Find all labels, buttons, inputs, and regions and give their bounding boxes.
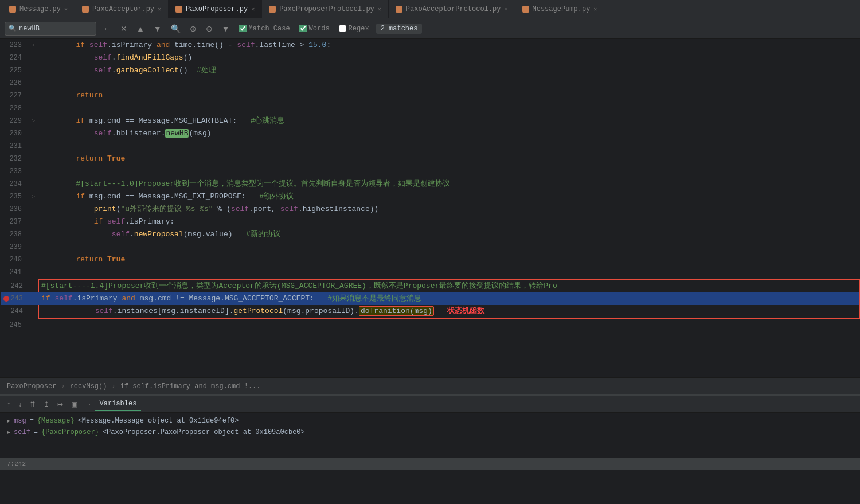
line-fold-223[interactable]: ▷	[29, 39, 38, 52]
line-content-244: self.instances[msg.instanceID].getProtoc…	[39, 305, 859, 318]
line-content-228	[38, 102, 860, 115]
tab-label-paxo-proposer: PaxoProposer.py	[186, 5, 248, 13]
tab-message[interactable]: Message.py ✕	[2, 0, 75, 18]
tab-close-message-pump[interactable]: ✕	[593, 6, 597, 13]
line-num-237: 237	[0, 216, 29, 228]
code-line-236: 236 print("u外部传来的提议 %s %s" % (self.port,…	[0, 203, 860, 216]
var-eq-self: =	[34, 428, 38, 436]
variables-area: ▶ msg = {Message} <Message.Message objec…	[0, 413, 860, 440]
nav-zoom-button[interactable]: 🔍	[169, 23, 183, 34]
line-num-231: 231	[0, 140, 29, 153]
breadcrumb-context: if self.isPrimary and msg.cmd !...	[120, 382, 261, 390]
tab-label-paxo-acceptor-proto: PaxoAcceptorProtocol.py	[406, 5, 501, 13]
panel-btn-1[interactable]: ↑	[5, 399, 13, 409]
regex-option[interactable]: Regex	[337, 24, 372, 34]
tab-icon-paxo-proposer-proto	[269, 6, 276, 13]
line-num-236: 236	[0, 203, 29, 216]
match-case-checkbox[interactable]	[239, 25, 247, 32]
line-content-234: #[start---1.0]Proposer收到一个消息，消息类型为一个提议。首…	[38, 178, 860, 190]
line-content-233	[38, 165, 860, 178]
cursor-position: 7:242	[7, 460, 26, 467]
code-scroll[interactable]: 223 ▷ if self.isPrimary and time.time() …	[0, 39, 860, 377]
line-content-243: if self.isPrimary and msg.cmd != Message…	[39, 292, 859, 305]
line-content-231	[38, 140, 860, 153]
bottom-panel: ↑ ↓ ⇈ ↥ ↦ ▣ · Variables ▶ msg = {Message…	[0, 394, 860, 458]
code-line-237: 237 if self.isPrimary:	[0, 216, 860, 228]
nav-back-button[interactable]: ←	[101, 23, 114, 34]
nav-up-button[interactable]: ▲	[134, 23, 147, 34]
code-line-240: 240 return True	[0, 253, 860, 266]
panel-tab-label: Variables	[100, 400, 137, 408]
var-row-self[interactable]: ▶ self = {PaxoProposer} <PaxoProposer.Pa…	[0, 427, 860, 438]
var-type-self: {PaxoProposer}	[41, 428, 99, 436]
panel-toolbar: ↑ ↓ ⇈ ↥ ↦ ▣ · Variables	[0, 396, 860, 413]
line-num-244: 244	[1, 305, 30, 318]
code-line-231: 231	[0, 140, 860, 153]
tab-close-paxo-proposer-proto[interactable]: ✕	[378, 6, 381, 13]
panel-btn-6[interactable]: ▣	[69, 399, 80, 409]
var-expand-self[interactable]: ▶	[7, 429, 10, 436]
var-row-msg[interactable]: ▶ msg = {Message} <Message.Message objec…	[0, 415, 860, 427]
line-num-227: 227	[0, 89, 29, 102]
line-num-229: 229	[0, 115, 29, 127]
code-line-241: 241	[0, 266, 860, 279]
line-content-241	[38, 266, 860, 279]
code-line-226: 226	[0, 77, 860, 89]
tab-paxo-proposer[interactable]: PaxoProposer.py ✕	[169, 0, 262, 18]
panel-tab-variables[interactable]: Variables	[95, 397, 142, 411]
code-line-230: 230 self.hbListener.newHB(msg)	[0, 127, 860, 140]
tab-message-pump[interactable]: MessagePump.py ✕	[515, 0, 605, 18]
tab-paxo-acceptor-proto[interactable]: PaxoAcceptorProtocol.py ✕	[389, 0, 515, 18]
var-val-self: <PaxoProposer.PaxoProposer object at 0x1…	[103, 428, 305, 436]
code-line-234: 234 #[start---1.0]Proposer收到一个消息，消息类型为一个…	[0, 178, 860, 190]
line-content-227: return	[38, 89, 860, 102]
tab-label-paxo-proposer-proto: PaxoProposerProtocol.py	[279, 5, 374, 13]
tab-close-message[interactable]: ✕	[64, 6, 68, 13]
match-case-option[interactable]: Match Case	[237, 24, 292, 34]
nav-filter-button[interactable]: ▼	[220, 23, 232, 34]
words-option[interactable]: Words	[297, 24, 332, 34]
line-content-242: #[start----1.4]Proposer收到一个消息，类型为Accepto…	[39, 280, 859, 292]
search-input[interactable]	[19, 25, 88, 33]
code-line-223: 223 ▷ if self.isPrimary and time.time() …	[0, 39, 860, 52]
nav-plus-button[interactable]: ⊕	[187, 23, 199, 34]
code-line-244: 244 self.instances[msg.instanceID].getPr…	[1, 305, 859, 318]
regex-checkbox[interactable]	[339, 25, 346, 32]
line-content-235: if msg.cmd == Message.MSG_EXT_PROPOSE: #…	[38, 190, 860, 203]
panel-btn-4[interactable]: ↥	[41, 399, 52, 409]
code-line-224: 224 self.findAndFillGaps()	[0, 52, 860, 64]
tab-paxo-proposer-proto[interactable]: PaxoProposerProtocol.py ✕	[262, 0, 389, 18]
line-content-239	[38, 241, 860, 253]
tab-icon-paxo-acceptor-proto	[396, 6, 402, 13]
tab-close-paxo-acceptor-proto[interactable]: ✕	[504, 6, 507, 13]
line-content-232: return True	[38, 153, 860, 165]
line-num-235: 235	[0, 190, 29, 203]
nav-minus-button[interactable]: ⊖	[204, 23, 215, 34]
nav-close-button[interactable]: ✕	[118, 23, 130, 34]
tab-label-message: Message.py	[19, 5, 61, 13]
line-content-240: return True	[38, 253, 860, 266]
panel-btn-3[interactable]: ⇈	[28, 399, 38, 409]
line-content-237: if self.isPrimary:	[38, 216, 860, 228]
code-line-235: 235 ▷ if msg.cmd == Message.MSG_EXT_PROP…	[0, 190, 860, 203]
line-num-241: 241	[0, 266, 29, 279]
tab-close-paxo-proposer[interactable]: ✕	[251, 6, 255, 13]
match-count: 2 matches	[376, 24, 423, 34]
line-fold-235[interactable]: ▷	[29, 190, 38, 203]
line-fold-229[interactable]: ▷	[29, 115, 38, 127]
code-line-239: 239	[0, 241, 860, 253]
words-checkbox[interactable]	[299, 25, 307, 32]
var-expand-msg[interactable]: ▶	[7, 417, 10, 424]
breadcrumb-class: PaxoProposer	[7, 382, 56, 390]
line-num-234: 234	[0, 178, 29, 190]
search-input-wrap[interactable]: 🔍	[5, 22, 96, 36]
panel-btn-5[interactable]: ↦	[55, 399, 65, 409]
tab-close-paxo-acceptor[interactable]: ✕	[158, 6, 161, 13]
breakpoint-243	[3, 296, 9, 302]
panel-btn-2[interactable]: ↓	[16, 399, 24, 409]
tab-paxo-acceptor[interactable]: PaxoAcceptor.py ✕	[75, 0, 169, 18]
tab-icon-message-pump	[522, 6, 529, 13]
regex-label: Regex	[349, 25, 369, 33]
code-line-238: 238 self.newProposal(msg.value) #新的协议	[0, 228, 860, 241]
nav-down-button[interactable]: ▼	[151, 23, 164, 34]
